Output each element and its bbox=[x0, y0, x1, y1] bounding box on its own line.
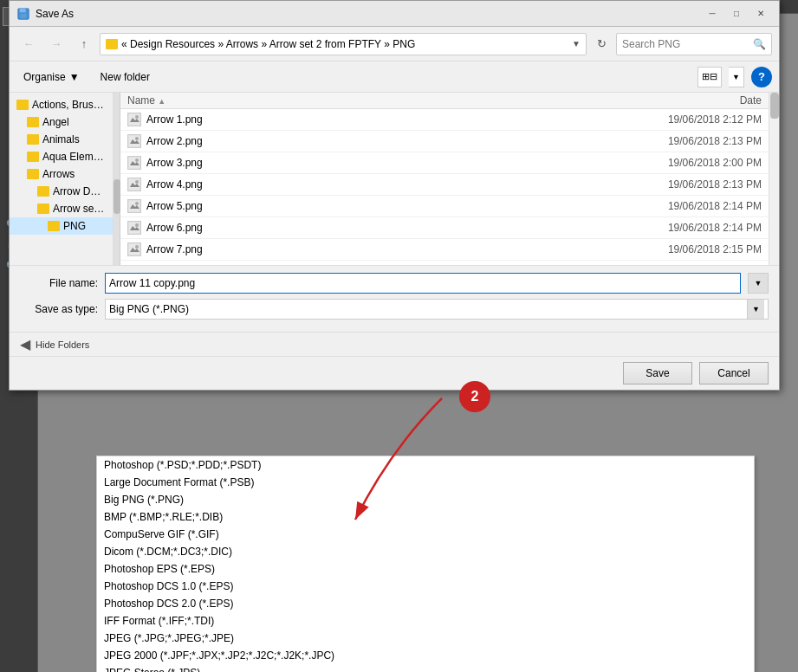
folder-icon-actions bbox=[16, 100, 29, 110]
file-thumbnail bbox=[127, 199, 141, 213]
file-name: Arrow 4.png bbox=[146, 178, 635, 191]
file-thumbnail bbox=[127, 156, 141, 170]
organise-dropdown-icon: ▼ bbox=[69, 71, 80, 83]
file-date: 19/06/2018 2:15 PM bbox=[640, 243, 762, 255]
view-dropdown[interactable]: ▼ bbox=[729, 67, 744, 87]
folder-name-angel: Angel bbox=[42, 116, 69, 128]
form-area: File name: ▼ Save as type: Big PNG (*.PN… bbox=[10, 266, 779, 332]
svg-point-13 bbox=[135, 158, 139, 162]
minimize-button[interactable]: ─ bbox=[701, 5, 723, 23]
file-name-input[interactable] bbox=[105, 273, 741, 294]
save-type-arrow[interactable]: ▼ bbox=[747, 300, 764, 319]
hide-folders-row: ◀ Hide Folders bbox=[10, 332, 779, 356]
folder-item-actions[interactable]: Actions, Brushes, Icons, Patterns & Text… bbox=[10, 96, 113, 113]
cancel-button[interactable]: Cancel bbox=[699, 362, 769, 384]
search-icon[interactable]: 🔍 bbox=[753, 38, 766, 50]
dropdown-item[interactable]: Large Document Format (*.PSB) bbox=[97, 474, 754, 491]
dialog-icon bbox=[16, 7, 30, 21]
file-date: 19/06/2018 2:14 PM bbox=[640, 222, 762, 234]
folder-item-fptfy[interactable]: Arrow set 2 from FPTFY bbox=[10, 200, 113, 217]
search-input[interactable] bbox=[622, 38, 753, 50]
dropdown-item[interactable]: Big PNG (*.PNG) bbox=[97, 491, 754, 508]
file-name: Arrow 1.png bbox=[146, 113, 635, 126]
dropdown-item[interactable]: Photoshop DCS 2.0 (*.EPS) bbox=[97, 595, 754, 612]
breadcrumb-dropdown-arrow[interactable]: ▼ bbox=[572, 39, 581, 48]
folder-name-aqua: Aqua Elements, Watercolour Textures & Sp… bbox=[42, 151, 106, 163]
refresh-button[interactable]: ↻ bbox=[590, 33, 613, 55]
sort-icon: ▲ bbox=[158, 97, 165, 106]
folder-item-aqua[interactable]: Aqua Elements, Watercolour Textures & Sp… bbox=[10, 148, 113, 165]
dropdown-item[interactable]: CompuServe GIF (*.GIF) bbox=[97, 526, 754, 543]
folder-item-png[interactable]: PNG bbox=[10, 217, 113, 235]
left-panel-scrollbar[interactable] bbox=[114, 93, 120, 265]
folder-icon-fptfy bbox=[37, 204, 49, 214]
col-name-header[interactable]: Name ▲ bbox=[127, 94, 640, 107]
file-name: Arrow 6.png bbox=[146, 222, 635, 234]
folder-name-png: PNG bbox=[63, 220, 86, 232]
dropdown-item[interactable]: JPEG Stereo (*.JPS) bbox=[97, 664, 754, 672]
view-icon: ⊞⊟ bbox=[702, 71, 717, 82]
dropdown-item[interactable]: BMP (*.BMP;*.RLE;*.DIB) bbox=[97, 508, 754, 526]
help-button[interactable]: ? bbox=[751, 67, 772, 87]
file-thumbnail bbox=[127, 134, 141, 148]
folder-item-angel[interactable]: Angel bbox=[10, 113, 113, 131]
folder-name-doodles: Arrow Doodles (attribution) bbox=[53, 185, 106, 197]
close-button[interactable]: ✕ bbox=[749, 5, 772, 23]
content-area: Actions, Brushes, Icons, Patterns & Text… bbox=[10, 93, 779, 266]
folder-item-doodles[interactable]: Arrow Doodles (attribution) bbox=[10, 183, 113, 200]
hide-folders-label: Hide Folders bbox=[36, 339, 89, 350]
search-bar[interactable]: 🔍 bbox=[616, 33, 772, 55]
folder-icon-aqua bbox=[27, 152, 39, 162]
view-button[interactable]: ⊞⊟ bbox=[697, 67, 722, 87]
dropdown-item[interactable]: Photoshop DCS 1.0 (*.EPS) bbox=[97, 578, 754, 595]
forward-button[interactable]: → bbox=[44, 32, 68, 56]
dropdown-item[interactable]: Dicom (*.DCM;*.DC3;*.DIC) bbox=[97, 543, 754, 560]
dropdown-item[interactable]: JPEG 2000 (*.JPF;*.JPX;*.JP2;*.J2C;*.J2K… bbox=[97, 647, 754, 664]
save-type-select[interactable]: Big PNG (*.PNG) ▼ bbox=[105, 299, 769, 320]
window-controls: ─ □ ✕ bbox=[701, 5, 772, 23]
save-type-value: Big PNG (*.PNG) bbox=[109, 303, 747, 315]
col-date-header[interactable]: Date bbox=[640, 94, 762, 107]
svg-point-21 bbox=[135, 245, 139, 249]
save-type-label: Save as type: bbox=[20, 303, 98, 315]
file-item[interactable]: Arrow 6.png 19/06/2018 2:14 PM bbox=[120, 217, 769, 239]
maximize-button[interactable]: □ bbox=[725, 5, 748, 23]
file-thumbnail bbox=[127, 242, 141, 256]
up-button[interactable]: ↑ bbox=[72, 32, 96, 56]
back-button[interactable]: ← bbox=[16, 32, 41, 56]
breadcrumb[interactable]: « Design Resources » Arrows » Arrow set … bbox=[100, 33, 587, 55]
folder-item-arrows[interactable]: Arrows bbox=[10, 165, 113, 183]
file-name-row: File name: ▼ bbox=[20, 273, 769, 294]
file-list: Name ▲ Date Arrow 1.png 19/06/2018 2:12 … bbox=[120, 93, 769, 265]
navigation-bar: ← → ↑ « Design Resources » Arrows » Arro… bbox=[10, 27, 779, 61]
hide-folders-toggle[interactable]: Hide Folders bbox=[36, 339, 89, 350]
folder-icon-png bbox=[48, 221, 60, 231]
save-as-dialog: Save As ─ □ ✕ ← → ↑ « Design Resources »… bbox=[9, 0, 780, 391]
file-type-dropdown: Photoshop (*.PSD;*.PDD;*.PSDT)Large Docu… bbox=[96, 456, 755, 672]
hide-folders-icon[interactable]: ◀ bbox=[20, 336, 30, 352]
file-item[interactable]: Arrow 7.png 19/06/2018 2:15 PM bbox=[120, 239, 769, 261]
toolbar-row: Organise ▼ New folder ⊞⊟ ▼ ? bbox=[10, 61, 779, 93]
right-panel-scrollbar[interactable] bbox=[769, 93, 779, 265]
folder-name-arrows: Arrows bbox=[42, 168, 75, 180]
new-folder-button[interactable]: New folder bbox=[94, 67, 157, 87]
file-item[interactable]: Arrow 3.png 19/06/2018 2:00 PM bbox=[120, 152, 769, 174]
folder-name-animals: Animals bbox=[42, 133, 80, 145]
dropdown-item[interactable]: Photoshop EPS (*.EPS) bbox=[97, 560, 754, 578]
folder-item-animals[interactable]: Animals bbox=[10, 131, 113, 148]
file-item[interactable]: Arrow 5.png 19/06/2018 2:14 PM bbox=[120, 196, 769, 217]
file-item[interactable]: Arrow 4.png 19/06/2018 2:13 PM bbox=[120, 174, 769, 196]
scrollbar-thumb bbox=[114, 179, 120, 214]
file-item[interactable]: Arrow 2.png 19/06/2018 2:13 PM bbox=[120, 131, 769, 152]
file-name-dropdown[interactable]: ▼ bbox=[748, 273, 769, 294]
save-button[interactable]: Save bbox=[623, 362, 692, 384]
dropdown-item[interactable]: IFF Format (*.IFF;*.TDI) bbox=[97, 612, 754, 630]
file-item[interactable]: Arrow 1.png 19/06/2018 2:12 PM bbox=[120, 109, 769, 131]
dropdown-item[interactable]: Photoshop (*.PSD;*.PDD;*.PSDT) bbox=[97, 456, 754, 474]
dropdown-item[interactable]: JPEG (*.JPG;*.JPEG;*.JPE) bbox=[97, 630, 754, 647]
svg-rect-7 bbox=[21, 14, 27, 18]
dialog-title: Save As bbox=[36, 8, 701, 20]
folder-icon-arrows bbox=[27, 169, 39, 179]
organise-button[interactable]: Organise ▼ bbox=[16, 67, 87, 87]
title-bar: Save As ─ □ ✕ bbox=[10, 1, 779, 27]
